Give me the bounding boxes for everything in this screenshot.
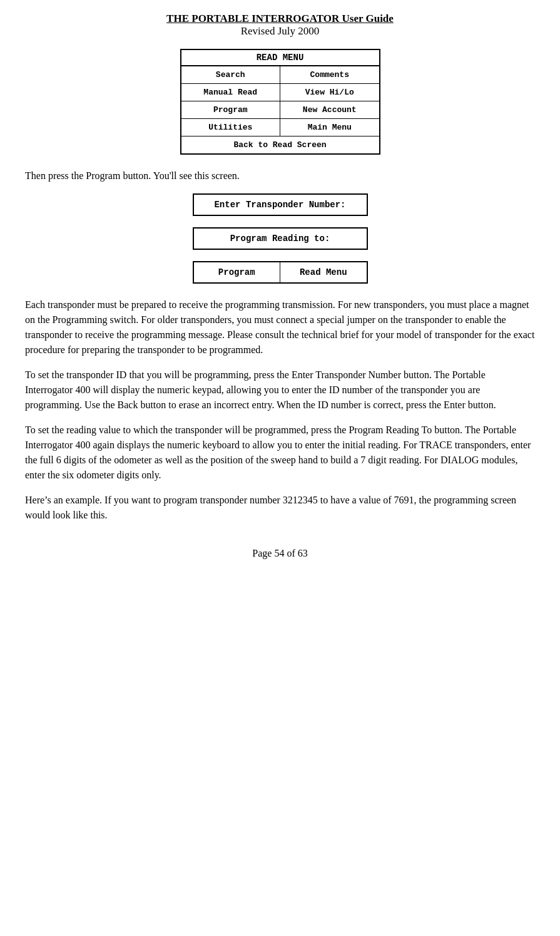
program-button[interactable]: Program [194, 262, 281, 282]
menu-cell-manual-read[interactable]: Manual Read [181, 84, 281, 101]
read-menu-button[interactable]: Read Menu [280, 262, 367, 282]
paragraph-3: To set the reading value to which the tr… [25, 423, 535, 483]
program-bottom-row: Program Read Menu [193, 261, 368, 284]
program-screen-diagram: Enter Transponder Number: Program Readin… [25, 193, 535, 284]
page-header: THE PORTABLE INTERROGATOR User Guide Rev… [25, 13, 535, 38]
menu-cell-search[interactable]: Search [181, 66, 281, 83]
menu-row-1: Search Comments [181, 66, 379, 84]
menu-cell-program[interactable]: Program [181, 101, 281, 118]
read-menu-box: READ MENU Search Comments Manual Read Vi… [180, 49, 380, 155]
menu-cell-new-account[interactable]: New Account [280, 101, 379, 118]
menu-row-2: Manual Read View Hi/Lo [181, 84, 379, 101]
intro-paragraph: Then press the Program button. You'll se… [25, 168, 535, 183]
read-menu-title: READ MENU [181, 50, 379, 66]
paragraph-4: Here’s an example. If you want to progra… [25, 493, 535, 523]
enter-transponder-button[interactable]: Enter Transponder Number: [193, 193, 368, 216]
page-title: THE PORTABLE INTERROGATOR User Guide [25, 13, 535, 25]
paragraph-2: To set the transponder ID that you will … [25, 368, 535, 413]
program-reading-button[interactable]: Program Reading to: [193, 227, 368, 250]
page-subtitle: Revised July 2000 [25, 25, 535, 38]
menu-cell-comments[interactable]: Comments [280, 66, 379, 83]
page-footer: Page 54 of 63 [25, 548, 535, 559]
menu-row-4: Utilities Main Menu [181, 119, 379, 136]
menu-cell-view-hilo[interactable]: View Hi/Lo [280, 84, 379, 101]
menu-row-3: Program New Account [181, 101, 379, 119]
read-menu-diagram: READ MENU Search Comments Manual Read Vi… [25, 49, 535, 155]
menu-cell-utilities[interactable]: Utilities [181, 119, 281, 136]
menu-cell-back-to-read[interactable]: Back to Read Screen [181, 136, 379, 153]
menu-row-5: Back to Read Screen [181, 136, 379, 153]
paragraph-1: Each transponder must be prepared to rec… [25, 297, 535, 357]
menu-cell-main-menu[interactable]: Main Menu [280, 119, 379, 136]
page-number: Page 54 of 63 [252, 548, 307, 558]
